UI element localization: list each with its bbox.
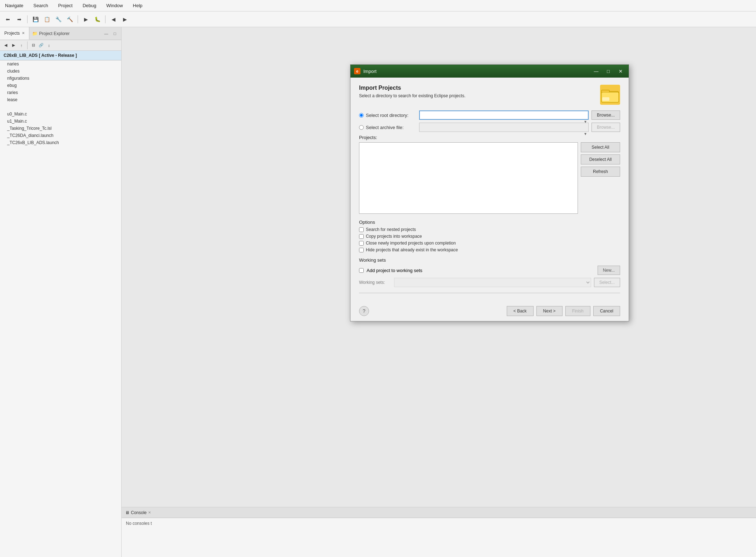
- option-close-checkbox[interactable]: [359, 241, 364, 246]
- dialog-header-title: Import Projects: [359, 85, 594, 91]
- console-content: No consoles t: [122, 518, 756, 529]
- panel-back-btn[interactable]: ◀: [2, 42, 9, 49]
- options-section: Options Search for nested projects Copy …: [359, 220, 620, 252]
- toolbar-save-btn[interactable]: 💾: [30, 14, 40, 24]
- select-archive-radio[interactable]: [359, 125, 364, 130]
- archive-combo-arrow: ▼: [584, 132, 587, 136]
- menu-window[interactable]: Window: [104, 2, 125, 9]
- console-panel: 🖥 Console ✕ No consoles t: [122, 507, 756, 557]
- toolbar-btn2[interactable]: 📋: [42, 14, 52, 24]
- working-sets-title: Working sets: [359, 257, 620, 263]
- tree-item-debug[interactable]: ebug: [0, 82, 121, 89]
- panel-sync-btn[interactable]: ↕: [45, 42, 53, 49]
- tree-item-tc26da[interactable]: _TC26DA_dianci.launch: [0, 132, 121, 139]
- tree-item-naries[interactable]: naries: [0, 60, 121, 68]
- help-btn[interactable]: ?: [359, 306, 369, 316]
- tree-item-tasking[interactable]: _Tasking_Tricore_Tc.lsl: [0, 125, 121, 132]
- working-sets-section: Working sets Add project to working sets…: [359, 257, 620, 287]
- dialog-header-desc: Select a directory to search for existin…: [359, 93, 594, 98]
- deselect-all-btn[interactable]: Deselect All: [581, 154, 620, 164]
- toolbar-nav-forward[interactable]: ▶: [120, 14, 130, 24]
- panel-maximize-btn[interactable]: □: [111, 30, 118, 37]
- toolbar-btn3[interactable]: 🔧: [53, 14, 63, 24]
- root-directory-combo[interactable]: [419, 110, 589, 120]
- panel-link-btn[interactable]: 🔗: [38, 42, 45, 49]
- option-hide-label: Hide projects that already exist in the …: [366, 247, 458, 252]
- console-tab-label: Console: [131, 510, 147, 515]
- toolbar-debug-btn[interactable]: 🐛: [92, 14, 102, 24]
- toolbar: ⬅ ➡ 💾 📋 🔧 🔨 ▶ 🐛 ◀ ▶: [0, 11, 756, 27]
- browse-archive-btn: Browse...: [591, 123, 620, 132]
- dialog-maximize-btn[interactable]: □: [604, 67, 613, 75]
- tree-item-cludes[interactable]: cludes: [0, 68, 121, 75]
- select-archive-label[interactable]: Select archive file:: [359, 125, 416, 130]
- tab-projects-label: Projects: [4, 31, 20, 36]
- select-root-radio[interactable]: [359, 113, 364, 118]
- toolbar-sep-3: [105, 15, 105, 23]
- toolbar-nav-back[interactable]: ◀: [108, 14, 118, 24]
- select-all-btn[interactable]: Select All: [581, 142, 620, 152]
- panel-collapse-btn[interactable]: ⊟: [30, 42, 37, 49]
- console-close-icon[interactable]: ✕: [148, 511, 151, 514]
- tree-item-lease[interactable]: lease: [0, 96, 121, 103]
- option-hide-checkbox[interactable]: [359, 248, 364, 252]
- toolbar-sep-2: [78, 15, 78, 23]
- option-hide-row: Hide projects that already exist in the …: [359, 247, 620, 252]
- select-working-set-btn: Select...: [594, 278, 620, 287]
- panel-forward-btn[interactable]: ▶: [10, 42, 17, 49]
- select-root-label[interactable]: Select root directory:: [359, 113, 416, 118]
- select-archive-row: Select archive file: ▼ Browse...: [359, 123, 620, 132]
- menu-navigate[interactable]: Navigate: [3, 2, 25, 9]
- menu-help[interactable]: Help: [131, 2, 145, 9]
- tab-projects[interactable]: Projects ✕: [0, 27, 29, 40]
- import-dialog: e Import — □ ✕ Import Projects Select a …: [350, 64, 629, 321]
- project-header[interactable]: C26xB_LIB_ADS [ Active - Release ]: [0, 51, 121, 60]
- tree-item-tc26xb[interactable]: _TC26xB_LIB_ADS.launch: [0, 139, 121, 146]
- refresh-btn[interactable]: Refresh: [581, 167, 620, 177]
- panel-tab-bar: Projects ✕ 📁 Project Explorer — □: [0, 27, 121, 40]
- tree-item-u1main[interactable]: u1_Main.c: [0, 118, 121, 125]
- menu-debug[interactable]: Debug: [80, 2, 98, 9]
- toolbar-run-btn[interactable]: ▶: [81, 14, 91, 24]
- dialog-header-text: Import Projects Select a directory to se…: [359, 85, 594, 98]
- cancel-btn[interactable]: Cancel: [593, 306, 620, 316]
- option-close-label: Close newly imported projects upon compl…: [366, 241, 456, 246]
- tree-item-raries[interactable]: raries: [0, 89, 121, 96]
- working-sets-row: Working sets: Select...: [359, 278, 620, 287]
- projects-section-label: Projects:: [359, 135, 620, 140]
- next-btn[interactable]: Next >: [536, 306, 563, 316]
- finish-btn[interactable]: Finish: [565, 306, 590, 316]
- add-to-working-sets-checkbox[interactable]: [359, 268, 364, 273]
- add-to-working-sets-label: Add project to working sets: [367, 268, 422, 273]
- menu-search[interactable]: Search: [31, 2, 50, 9]
- toolbar-back-btn[interactable]: ⬅: [3, 14, 13, 24]
- dialog-body: Import Projects Select a directory to se…: [350, 78, 629, 303]
- option-copy-label: Copy projects into workspace: [366, 234, 422, 239]
- browse-root-btn[interactable]: Browse...: [591, 110, 620, 120]
- tree-item-u0main[interactable]: u0_Main.c: [0, 110, 121, 118]
- panel-toolbar: ◀ ▶ ↑ ⊟ 🔗 ↕: [0, 40, 121, 51]
- panel-up-btn[interactable]: ↑: [18, 42, 25, 49]
- console-text: No consoles t: [126, 521, 152, 526]
- folder-icon-svg: [601, 87, 619, 103]
- tree-item-configurations[interactable]: nfigurations: [0, 75, 121, 82]
- toolbar-btn4[interactable]: 🔨: [65, 14, 75, 24]
- option-nested-checkbox[interactable]: [359, 227, 364, 232]
- projects-area: Select All Deselect All Refresh: [359, 142, 620, 214]
- dialog-close-btn[interactable]: ✕: [616, 67, 625, 75]
- tab-projects-close[interactable]: ✕: [22, 31, 25, 35]
- option-copy-checkbox[interactable]: [359, 234, 364, 239]
- explorer-label: 📁 Project Explorer: [29, 27, 103, 40]
- panel-minimize-btn[interactable]: —: [103, 30, 110, 37]
- dialog-minimize-btn[interactable]: —: [591, 67, 601, 75]
- tree-container: naries cludes nfigurations ebug raries l…: [0, 60, 121, 146]
- options-title: Options: [359, 220, 620, 225]
- archive-file-combo: [419, 123, 589, 132]
- projects-list[interactable]: [359, 142, 578, 214]
- menu-project[interactable]: Project: [56, 2, 75, 9]
- new-working-set-btn[interactable]: New...: [598, 266, 620, 275]
- back-btn[interactable]: < Back: [507, 306, 534, 316]
- dialog-header: Import Projects Select a directory to se…: [359, 85, 620, 105]
- toolbar-forward-btn[interactable]: ➡: [14, 14, 24, 24]
- console-tab[interactable]: 🖥 Console ✕: [125, 510, 151, 515]
